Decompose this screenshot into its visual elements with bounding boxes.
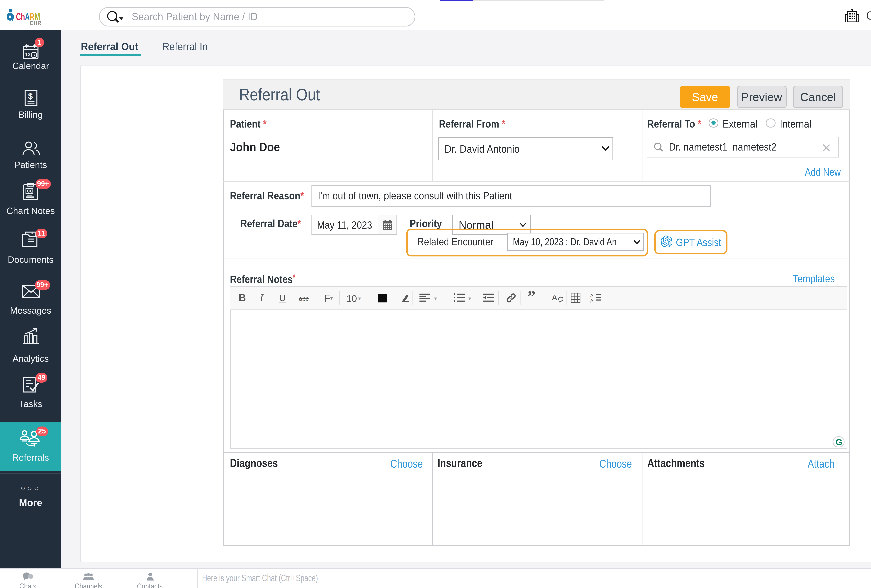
svg-text:A: A bbox=[552, 293, 557, 302]
svg-text:A: A bbox=[590, 293, 593, 298]
svg-text:A: A bbox=[590, 298, 593, 303]
svg-text:12: 12 bbox=[24, 51, 30, 57]
svg-text:$: $ bbox=[28, 91, 32, 101]
svg-text:CC: CC bbox=[27, 189, 33, 193]
